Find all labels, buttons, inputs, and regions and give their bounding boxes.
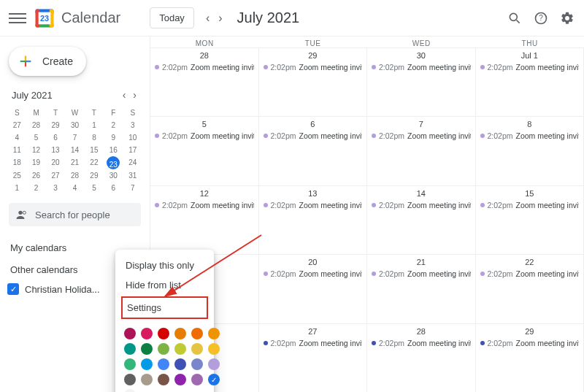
- mini-day[interactable]: 31: [123, 169, 142, 182]
- color-swatch[interactable]: [158, 328, 169, 339]
- mini-day[interactable]: 2: [104, 119, 123, 131]
- day-cell[interactable]: 82:02pmZoom meeting invitat: [476, 116, 585, 185]
- day-cell[interactable]: 292:02pmZoom meeting invitati: [259, 47, 368, 116]
- mini-day[interactable]: 7: [65, 131, 84, 144]
- mini-day[interactable]: 2: [26, 182, 45, 194]
- mini-day[interactable]: 16: [104, 144, 123, 156]
- mini-day[interactable]: 29: [46, 119, 65, 131]
- prev-period-button[interactable]: ‹: [201, 9, 214, 28]
- day-cell[interactable]: 72:02pmZoom meeting invitat: [367, 116, 476, 185]
- hide-from-list-menu-item[interactable]: Hide from list: [115, 275, 214, 295]
- day-cell[interactable]: 122:02pmZoom meeting invitati: [150, 185, 259, 254]
- mini-day[interactable]: 19: [26, 156, 45, 169]
- mini-day[interactable]: 28: [65, 169, 84, 182]
- mini-day[interactable]: 18: [7, 156, 26, 169]
- color-swatch[interactable]: [174, 328, 186, 339]
- color-swatch[interactable]: [174, 358, 186, 370]
- mini-day[interactable]: 30: [65, 119, 84, 131]
- color-swatch[interactable]: [141, 374, 153, 385]
- day-cell[interactable]: 272:02pmZoom meeting invitati: [259, 323, 368, 392]
- mini-day[interactable]: 9: [104, 131, 123, 144]
- event-item[interactable]: 2:02pmZoom meeting invitati: [264, 339, 363, 347]
- mini-day[interactable]: 15: [85, 144, 104, 156]
- display-only-menu-item[interactable]: Display this only: [115, 255, 214, 275]
- color-swatch[interactable]: [191, 358, 203, 370]
- color-swatch[interactable]: [141, 343, 153, 355]
- mini-day[interactable]: 6: [46, 131, 65, 144]
- day-cell[interactable]: 152:02pmZoom meeting invitat: [476, 185, 585, 254]
- color-swatch[interactable]: [124, 358, 136, 370]
- mini-day[interactable]: 30: [104, 169, 123, 182]
- mini-day[interactable]: 3: [123, 119, 142, 131]
- day-cell[interactable]: 132:02pmZoom meeting invitati: [259, 185, 368, 254]
- event-item[interactable]: 2:02pmZoom meeting invitati: [155, 201, 254, 210]
- mini-day[interactable]: 12: [26, 144, 45, 156]
- mini-day[interactable]: 7: [123, 182, 142, 194]
- color-swatch[interactable]: [124, 374, 136, 385]
- day-cell[interactable]: 142:02pmZoom meeting invitat: [367, 185, 476, 254]
- event-item[interactable]: 2:02pmZoom meeting invitat: [372, 339, 471, 347]
- color-swatch[interactable]: [141, 358, 153, 370]
- color-swatch[interactable]: [158, 358, 169, 370]
- event-item[interactable]: 2:02pmZoom meeting invitat: [372, 201, 471, 210]
- day-cell[interactable]: 212:02pmZoom meeting invitat: [367, 254, 476, 323]
- mini-day[interactable]: 20: [46, 156, 65, 169]
- day-cell[interactable]: 282:02pmZoom meeting invitat: [367, 323, 476, 392]
- color-swatch[interactable]: [191, 328, 203, 339]
- color-swatch[interactable]: [208, 343, 220, 355]
- event-item[interactable]: 2:02pmZoom meeting invitat: [480, 131, 580, 140]
- mini-day[interactable]: 28: [26, 119, 45, 131]
- event-item[interactable]: 2:02pmZoom meeting invitat: [480, 63, 580, 72]
- mini-day[interactable]: 24: [123, 156, 142, 169]
- event-item[interactable]: 2:02pmZoom meeting invitati: [264, 131, 363, 140]
- mini-day[interactable]: 1: [85, 119, 104, 131]
- calendar-checkbox[interactable]: ✓: [7, 283, 19, 295]
- event-item[interactable]: 2:02pmZoom meeting invitat: [480, 201, 580, 210]
- day-cell[interactable]: 292:02pmZoom meeting invitat: [476, 323, 585, 392]
- mini-day[interactable]: 11: [7, 144, 26, 156]
- color-swatch[interactable]: ✓: [208, 374, 220, 385]
- day-cell[interactable]: 282:02pmZoom meeting invitati: [150, 47, 259, 116]
- color-swatch[interactable]: [124, 328, 136, 339]
- mini-day[interactable]: 27: [46, 169, 65, 182]
- day-cell[interactable]: 62:02pmZoom meeting invitati: [259, 116, 368, 185]
- event-item[interactable]: 2:02pmZoom meeting invitati: [264, 269, 363, 278]
- event-item[interactable]: 2:02pmZoom meeting invitat: [372, 269, 471, 278]
- color-swatch[interactable]: [208, 328, 220, 339]
- color-swatch[interactable]: [158, 374, 169, 385]
- event-item[interactable]: 2:02pmZoom meeting invitati: [155, 63, 254, 72]
- color-swatch[interactable]: [124, 343, 136, 355]
- search-people-input[interactable]: Search for people: [9, 203, 141, 226]
- color-swatch[interactable]: [191, 343, 203, 355]
- color-swatch[interactable]: [208, 358, 220, 370]
- today-button[interactable]: Today: [150, 7, 194, 28]
- mini-day[interactable]: 3: [46, 182, 65, 194]
- event-item[interactable]: 2:02pmZoom meeting invitati: [155, 131, 254, 140]
- mini-calendar[interactable]: SMTWTFS272829301234567891011121314151617…: [7, 107, 142, 194]
- mini-day[interactable]: 14: [65, 144, 84, 156]
- next-period-button[interactable]: ›: [214, 9, 226, 28]
- color-swatch[interactable]: [158, 343, 169, 355]
- mini-day[interactable]: 8: [85, 131, 104, 144]
- add-color-swatch[interactable]: +: [124, 389, 136, 392]
- settings-icon[interactable]: [559, 10, 575, 26]
- color-swatch[interactable]: [174, 374, 186, 385]
- event-item[interactable]: 2:02pmZoom meeting invitati: [264, 63, 363, 72]
- color-swatch[interactable]: [174, 343, 186, 355]
- mini-day[interactable]: 21: [65, 156, 84, 169]
- mini-day[interactable]: 5: [85, 182, 104, 194]
- day-cell[interactable]: 202:02pmZoom meeting invitati: [259, 254, 368, 323]
- mini-day[interactable]: 23: [107, 156, 120, 169]
- event-item[interactable]: 2:02pmZoom meeting invitat: [372, 63, 471, 72]
- create-button[interactable]: Create: [9, 47, 86, 76]
- day-cell[interactable]: 302:02pmZoom meeting invitat: [367, 47, 476, 116]
- color-swatch[interactable]: [191, 374, 203, 385]
- search-icon[interactable]: [507, 10, 523, 26]
- mini-day[interactable]: 6: [104, 182, 123, 194]
- day-cell[interactable]: 52:02pmZoom meeting invitati: [150, 116, 259, 185]
- mini-prev-button[interactable]: ‹: [121, 88, 128, 102]
- mini-day[interactable]: 5: [26, 131, 45, 144]
- mini-day[interactable]: 26: [26, 169, 45, 182]
- day-cell[interactable]: Jul 12:02pmZoom meeting invitat: [476, 47, 585, 116]
- mini-day[interactable]: 25: [7, 169, 26, 182]
